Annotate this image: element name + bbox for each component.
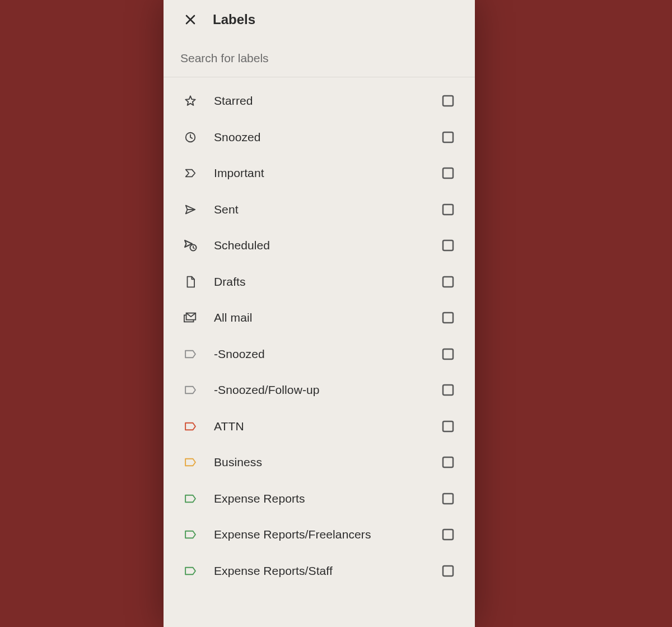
label-checkbox[interactable] — [441, 347, 455, 361]
label-checkbox[interactable] — [441, 564, 455, 578]
label-checkbox[interactable] — [441, 528, 455, 541]
label-checkbox[interactable] — [441, 166, 455, 180]
label-text: -Snoozed — [214, 347, 441, 361]
close-button[interactable] — [179, 8, 202, 31]
search-input[interactable] — [179, 51, 475, 66]
label-icon — [184, 528, 197, 541]
svg-rect-16 — [443, 494, 453, 504]
file-icon — [184, 275, 197, 289]
label-item-neg-snoozed[interactable]: -Snoozed — [164, 336, 475, 373]
label-item-business[interactable]: Business — [164, 444, 475, 481]
svg-rect-5 — [443, 205, 453, 215]
svg-rect-0 — [443, 96, 453, 106]
svg-rect-12 — [443, 349, 453, 359]
label-text: Expense Reports/Freelancers — [214, 528, 441, 541]
label-item-expense-reports[interactable]: Expense Reports — [164, 481, 475, 517]
svg-rect-3 — [443, 168, 453, 178]
label-item-expense-freelancers[interactable]: Expense Reports/Freelancers — [164, 517, 475, 553]
label-icon — [184, 383, 197, 397]
svg-rect-8 — [443, 277, 453, 287]
label-text: Business — [214, 456, 441, 469]
label-checkbox[interactable] — [441, 275, 455, 289]
label-icon — [184, 420, 197, 433]
label-checkbox[interactable] — [441, 239, 455, 252]
label-checkbox[interactable] — [441, 94, 455, 108]
label-list: StarredSnoozedImportantSentScheduledDraf… — [164, 77, 475, 589]
label-item-scheduled[interactable]: Scheduled — [164, 227, 475, 264]
label-checkbox[interactable] — [441, 456, 455, 469]
label-checkbox[interactable] — [441, 311, 455, 324]
label-icon — [184, 492, 197, 505]
label-item-sent[interactable]: Sent — [164, 192, 475, 228]
label-item-neg-snoozed-followup[interactable]: -Snoozed/Follow-up — [164, 372, 475, 408]
label-text: Expense Reports — [214, 492, 441, 505]
send-icon — [184, 203, 197, 216]
label-icon — [184, 456, 197, 469]
svg-rect-15 — [443, 457, 453, 467]
scheduled-icon — [184, 239, 197, 252]
svg-rect-17 — [443, 530, 453, 540]
allmail-icon — [184, 311, 197, 324]
label-item-important[interactable]: Important — [164, 155, 475, 192]
panel-header: Labels — [164, 0, 475, 39]
label-item-snoozed[interactable]: Snoozed — [164, 119, 475, 156]
close-icon — [184, 13, 197, 26]
svg-rect-18 — [443, 566, 453, 576]
label-item-attn[interactable]: ATTN — [164, 408, 475, 445]
label-text: -Snoozed/Follow-up — [214, 383, 441, 397]
label-text: Starred — [214, 94, 441, 108]
label-item-expense-staff[interactable]: Expense Reports/Staff — [164, 553, 475, 589]
label-checkbox[interactable] — [441, 383, 455, 397]
star-icon — [184, 94, 197, 108]
label-checkbox[interactable] — [441, 131, 455, 144]
label-checkbox[interactable] — [441, 203, 455, 216]
label-text: All mail — [214, 311, 441, 324]
label-item-allmail[interactable]: All mail — [164, 300, 475, 336]
search-row — [164, 39, 475, 77]
label-icon — [184, 347, 197, 361]
svg-rect-7 — [443, 240, 453, 250]
label-text: Important — [214, 166, 441, 180]
clock-icon — [184, 131, 197, 144]
label-item-drafts[interactable]: Drafts — [164, 264, 475, 300]
label-checkbox[interactable] — [441, 492, 455, 505]
svg-rect-2 — [443, 132, 453, 142]
svg-rect-13 — [443, 385, 453, 395]
label-text: Snoozed — [214, 131, 441, 144]
label-text: Expense Reports/Staff — [214, 564, 441, 578]
svg-rect-11 — [443, 313, 453, 323]
label-icon — [184, 564, 197, 578]
svg-rect-14 — [443, 421, 453, 431]
label-text: Sent — [214, 203, 441, 216]
label-item-starred[interactable]: Starred — [164, 83, 475, 119]
label-text: Scheduled — [214, 239, 441, 252]
label-text: Drafts — [214, 275, 441, 289]
labels-panel: Labels StarredSnoozedImportantSentSchedu… — [164, 0, 475, 627]
label-text: ATTN — [214, 420, 441, 433]
label-checkbox[interactable] — [441, 420, 455, 433]
panel-title: Labels — [213, 12, 255, 27]
important-icon — [184, 166, 197, 180]
